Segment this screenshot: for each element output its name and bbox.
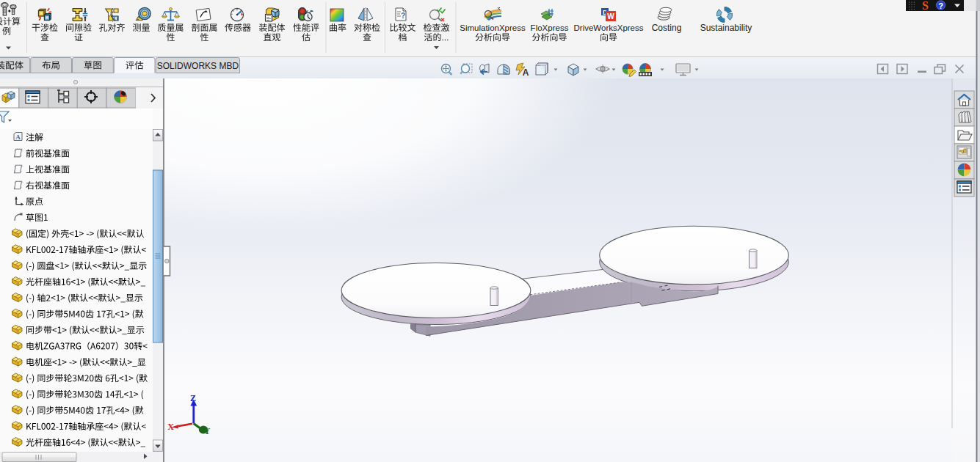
svg-text:SimulationXpress: SimulationXpress [460, 23, 526, 32]
svg-text:DriveWorksXpress: DriveWorksXpress [574, 23, 644, 32]
svg-text:?: ? [938, 1, 943, 10]
svg-text:A: A [15, 133, 21, 141]
svg-text:SOLIDWORKS MBD: SOLIDWORKS MBD [157, 61, 239, 71]
svg-text:Sustainability: Sustainability [700, 23, 752, 33]
svg-text:A: A [523, 67, 529, 78]
svg-text:?: ? [401, 12, 405, 20]
svg-text:X: X [167, 422, 174, 432]
svg-text:S: S [922, 0, 929, 12]
svg-text:W: W [607, 12, 614, 21]
svg-text:FloXpress: FloXpress [531, 23, 569, 32]
svg-text:Y: Y [204, 426, 211, 436]
svg-text:Costing: Costing [652, 23, 682, 33]
svg-text:Z: Z [190, 393, 196, 403]
